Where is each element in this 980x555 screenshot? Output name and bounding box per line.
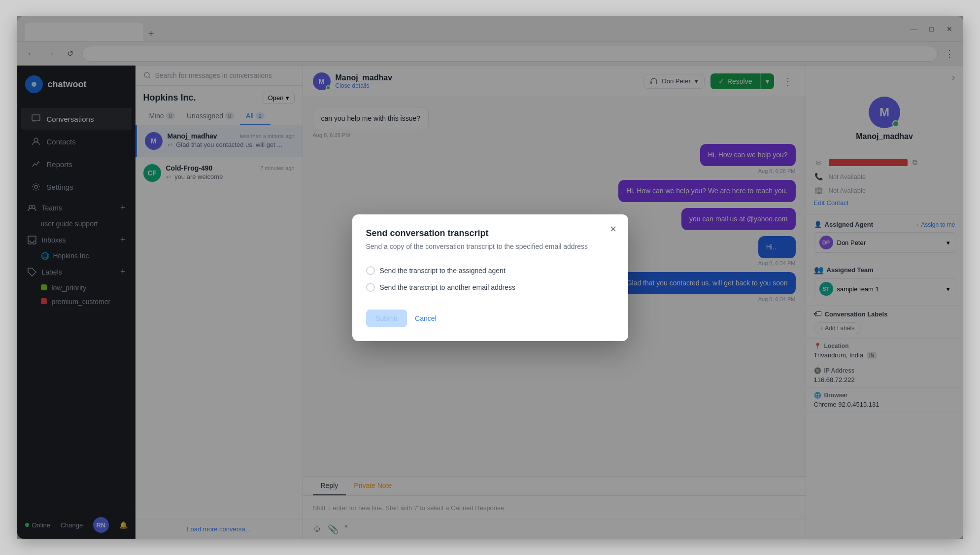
send-transcript-modal: ✕ Send conversation transcript Send a co… xyxy=(352,214,628,341)
radio-circle-1 xyxy=(366,266,375,275)
radio-another-email[interactable]: Send the transcript to another email add… xyxy=(366,279,614,296)
modal-actions: Submit Cancel xyxy=(366,310,614,327)
modal-overlay: ✕ Send conversation transcript Send a co… xyxy=(17,16,963,539)
radio-circle-2 xyxy=(366,283,375,292)
modal-close-button[interactable]: ✕ xyxy=(607,222,620,236)
radio-option-2-label: Send the transcript to another email add… xyxy=(380,283,516,291)
modal-submit-button[interactable]: Submit xyxy=(366,310,407,327)
modal-cancel-button[interactable]: Cancel xyxy=(413,310,439,327)
modal-subtitle: Send a copy of the conversation transcri… xyxy=(366,243,614,250)
close-icon: ✕ xyxy=(609,224,617,235)
radio-option-1-label: Send the transcript to the assigned agen… xyxy=(380,267,506,275)
modal-title: Send conversation transcript xyxy=(366,228,614,239)
radio-assigned-agent[interactable]: Send the transcript to the assigned agen… xyxy=(366,262,614,279)
